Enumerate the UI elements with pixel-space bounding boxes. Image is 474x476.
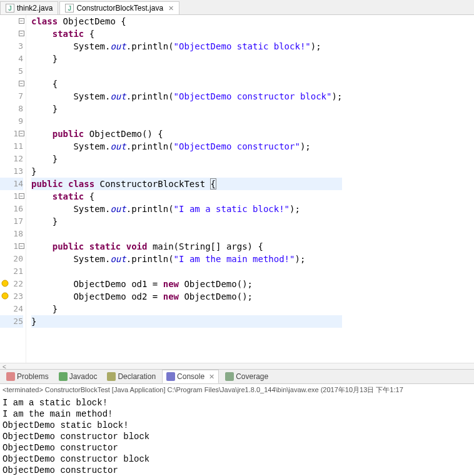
bottom-tab[interactable]: Declaration <box>103 370 159 383</box>
java-file-icon: J <box>6 4 14 13</box>
view-icon <box>59 372 68 381</box>
bottom-tab-label: Coverage <box>236 372 268 381</box>
line-number: 25 <box>0 315 23 328</box>
bottom-tab-label: Console <box>177 372 204 381</box>
console-line: ObjectDemo constructor block <box>3 453 471 465</box>
code-line[interactable]: } <box>31 153 342 165</box>
code-line[interactable]: ObjectDemo od2 = new ObjectDemo(); <box>31 290 342 303</box>
close-icon[interactable]: ✕ <box>209 373 214 381</box>
code-line[interactable] <box>31 228 342 240</box>
fold-toggle-icon[interactable]: − <box>19 31 24 36</box>
code-line[interactable]: } <box>31 215 342 228</box>
code-line[interactable] <box>31 115 342 128</box>
line-number: 19− <box>0 240 23 253</box>
code-line[interactable]: ObjectDemo od1 = new ObjectDemo(); <box>31 278 342 290</box>
code-line[interactable]: } <box>31 165 342 178</box>
line-number: 6− <box>0 78 23 90</box>
line-number: 24 <box>0 303 23 315</box>
code-line[interactable]: class ObjectDemo { <box>31 15 342 28</box>
bottom-tab[interactable]: Javadoc <box>55 370 101 383</box>
bottom-panel-tabs: ProblemsJavadocDeclarationConsole✕Covera… <box>0 369 474 384</box>
code-area[interactable]: class ObjectDemo { static { System.out.p… <box>26 15 342 363</box>
line-number: 16 <box>0 203 23 215</box>
horizontal-scrollbar[interactable]: < <box>0 363 474 369</box>
console-line: I am a static block! <box>3 397 471 408</box>
line-number: 1− <box>0 15 23 28</box>
bottom-tab-label: Javadoc <box>69 372 98 381</box>
fold-toggle-icon[interactable]: − <box>19 243 24 249</box>
code-line[interactable] <box>31 265 342 278</box>
bottom-tab-label: Problems <box>17 372 49 381</box>
fold-toggle-icon[interactable]: − <box>19 18 24 24</box>
line-number: 10− <box>0 128 23 140</box>
editor-tab[interactable]: JConstructorBlockTest.java✕ <box>59 1 179 14</box>
line-number: 23 <box>0 290 23 303</box>
code-editor[interactable]: 1−2−3456−78910−1112131415−16171819−20212… <box>0 15 474 363</box>
editor-tabs: Jthink2.javaJConstructorBlockTest.java✕ <box>0 0 474 15</box>
warning-marker-icon <box>1 280 9 287</box>
console-line: ObjectDemo static block! <box>3 420 471 431</box>
line-number: 18 <box>0 228 23 240</box>
line-number: 7 <box>0 90 23 103</box>
tab-label: think2.java <box>17 4 53 13</box>
view-icon <box>225 372 234 381</box>
console-line: I am the main method! <box>3 408 471 420</box>
bottom-tab[interactable]: Coverage <box>221 370 272 383</box>
line-number: 12 <box>0 153 23 165</box>
console-line: ObjectDemo constructor block <box>3 431 471 442</box>
warning-marker-icon <box>1 292 9 300</box>
console-output[interactable]: I am a static block!I am the main method… <box>0 396 474 476</box>
view-icon <box>6 372 15 381</box>
code-line[interactable]: public ObjectDemo() { <box>31 128 342 140</box>
code-line[interactable]: System.out.println("ObjectDemo static bl… <box>31 40 342 53</box>
tab-label: ConstructorBlockTest.java <box>76 4 163 13</box>
fold-toggle-icon[interactable]: − <box>19 193 24 199</box>
line-number: 9 <box>0 115 23 128</box>
line-number: 4 <box>0 53 23 65</box>
code-line[interactable]: System.out.println("I am a static block!… <box>31 203 342 215</box>
svg-point-1 <box>2 293 8 299</box>
code-line[interactable]: } <box>31 315 342 328</box>
bottom-tab[interactable]: Problems <box>3 370 53 383</box>
code-line[interactable]: System.out.println("I am the main method… <box>31 253 342 265</box>
console-line: ObjectDemo constructor <box>3 465 471 476</box>
line-number: 2− <box>0 28 23 40</box>
line-number: 20 <box>0 253 23 265</box>
svg-point-0 <box>2 280 8 286</box>
line-number: 11 <box>0 140 23 153</box>
code-line[interactable]: { <box>31 78 342 90</box>
fold-toggle-icon[interactable]: − <box>19 131 24 136</box>
view-icon <box>166 372 175 381</box>
view-icon <box>107 372 116 381</box>
console-line: ObjectDemo constructor <box>3 442 471 453</box>
code-line[interactable]: public class ConstructorBlockTest { <box>31 178 342 190</box>
line-number: 13 <box>0 165 23 178</box>
console-header: <terminated> ConstructorBlockTest [Java … <box>0 384 474 396</box>
line-number: 22 <box>0 278 23 290</box>
line-gutter: 1−2−3456−78910−1112131415−16171819−20212… <box>0 15 26 363</box>
code-line[interactable] <box>31 65 342 78</box>
editor-tab[interactable]: Jthink2.java <box>0 1 58 14</box>
fold-toggle-icon[interactable]: − <box>19 81 24 86</box>
bottom-tab-label: Declaration <box>118 372 156 381</box>
code-line[interactable]: public static void main(String[] args) { <box>31 240 342 253</box>
code-line[interactable]: } <box>31 53 342 65</box>
line-number: 14 <box>0 178 23 190</box>
code-line[interactable]: System.out.println("ObjectDemo construct… <box>31 140 342 153</box>
java-file-icon: J <box>65 4 74 13</box>
code-line[interactable]: static { <box>31 190 342 203</box>
bottom-tab[interactable]: Console✕ <box>162 370 219 383</box>
line-number: 17 <box>0 215 23 228</box>
code-line[interactable]: } <box>31 303 342 315</box>
code-line[interactable]: System.out.println("ObjectDemo construct… <box>31 90 342 103</box>
line-number: 5 <box>0 65 23 78</box>
line-number: 21 <box>0 265 23 278</box>
close-icon[interactable]: ✕ <box>168 4 174 13</box>
line-number: 8 <box>0 103 23 115</box>
line-number: 3 <box>0 40 23 53</box>
line-number: 15− <box>0 190 23 203</box>
code-line[interactable]: static { <box>31 28 342 40</box>
code-line[interactable]: } <box>31 103 342 115</box>
